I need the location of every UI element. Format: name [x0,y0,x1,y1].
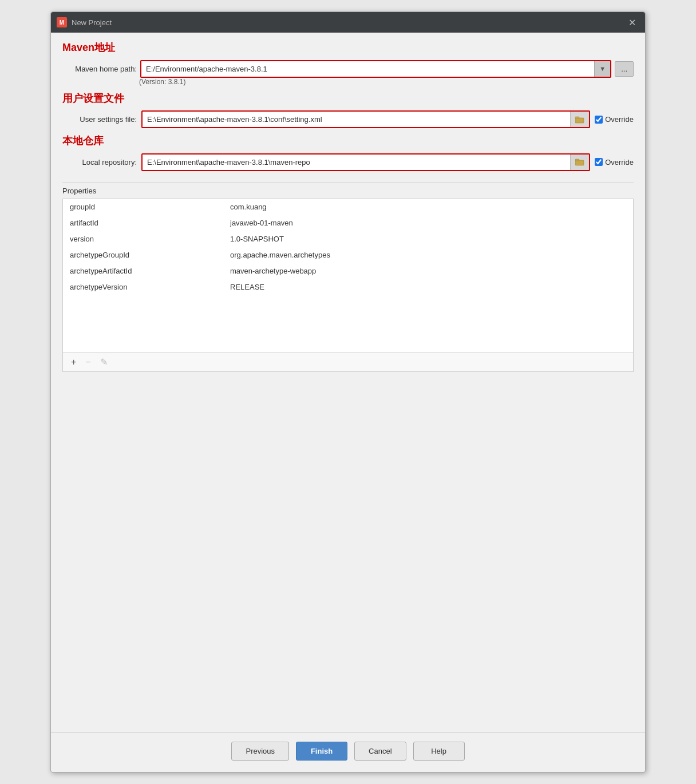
table-row[interactable]: groupId com.kuang [63,199,633,215]
properties-title: Properties [62,187,634,195]
help-button[interactable]: Help [413,742,465,761]
local-repo-input[interactable] [143,155,570,170]
prop-key: groupId [63,199,223,215]
local-repo-input-wrap [141,153,590,171]
user-settings-override-row: Override [595,115,634,124]
user-settings-label: User settings file: [62,115,137,124]
dialog-body: Maven地址 Maven home path: ▼ ... (Version:… [51,33,645,732]
user-settings-annotation: 用户设置文件 [62,93,634,105]
previous-button[interactable]: Previous [231,742,289,761]
body-spacer [62,378,634,723]
svg-rect-3 [575,159,579,161]
user-settings-input-wrap [141,110,590,128]
maven-home-input[interactable] [141,61,594,77]
app-icon: M [57,17,67,27]
properties-empty-space [63,295,633,353]
local-repo-annotation: 本地仓库 [62,135,634,148]
table-row[interactable]: archetypeVersion RELEASE [63,279,633,295]
properties-edit-btn[interactable]: ✎ [98,357,110,368]
local-repo-row: Local repository: Override [62,153,634,171]
table-row[interactable]: archetypeArtifactId maven-archetype-weba… [63,263,633,279]
prop-value: com.kuang [223,199,633,215]
title-bar: M New Project ✕ [51,12,645,33]
maven-home-dropdown-btn[interactable]: ▼ [594,61,610,77]
properties-table: groupId com.kuang artifactId javaweb-01-… [63,199,633,295]
maven-addr-annotation: Maven地址 [62,42,634,54]
local-repo-browse-btn[interactable] [570,155,589,170]
prop-value: javaweb-01-maven [223,215,633,231]
user-settings-override-label: Override [605,115,634,124]
maven-home-browse-btn[interactable]: ... [615,61,634,77]
new-project-dialog: M New Project ✕ Maven地址 Maven home path:… [50,11,646,773]
local-repo-override-checkbox[interactable] [595,158,603,166]
close-button[interactable]: ✕ [625,16,639,29]
svg-rect-2 [575,160,584,165]
prop-key: archetypeArtifactId [63,263,223,279]
properties-section: Properties groupId com.kuang artifactId … [62,183,634,372]
maven-home-group: Maven home path: ▼ ... (Version: 3.8.1) [62,60,634,86]
local-repo-label: Local repository: [62,158,137,167]
title-bar-left: M New Project [57,17,112,27]
properties-remove-btn[interactable]: − [83,357,93,368]
properties-toolbar: + − ✎ [63,353,633,371]
maven-home-input-wrap: ▼ [140,60,611,78]
prop-value: maven-archetype-webapp [223,263,633,279]
user-settings-input[interactable] [143,112,570,127]
prop-value: RELEASE [223,279,633,295]
svg-rect-0 [575,118,584,123]
cancel-button[interactable]: Cancel [354,742,406,761]
properties-add-btn[interactable]: + [69,357,78,368]
prop-key: artifactId [63,215,223,231]
user-settings-row: User settings file: Override [62,110,634,128]
table-row[interactable]: version 1.0-SNAPSHOT [63,231,633,247]
prop-value: org.apache.maven.archetypes [223,247,633,263]
maven-version-text: (Version: 3.8.1) [139,78,634,86]
local-repo-override-label: Override [605,158,634,167]
finish-button[interactable]: Finish [296,742,347,761]
local-repo-group: Local repository: Override [62,153,634,171]
dialog-footer: Previous Finish Cancel Help [51,732,645,772]
prop-key: archetypeGroupId [63,247,223,263]
user-settings-override-checkbox[interactable] [595,116,603,124]
prop-key: version [63,231,223,247]
table-row[interactable]: archetypeGroupId org.apache.maven.archet… [63,247,633,263]
maven-home-row: Maven home path: ▼ ... [62,60,634,78]
maven-home-label: Maven home path: [62,65,137,73]
properties-table-wrap: groupId com.kuang artifactId javaweb-01-… [62,199,634,372]
prop-key: archetypeVersion [63,279,223,295]
table-row[interactable]: artifactId javaweb-01-maven [63,215,633,231]
prop-value: 1.0-SNAPSHOT [223,231,633,247]
user-settings-browse-btn[interactable] [570,112,589,127]
user-settings-group: User settings file: Override [62,110,634,128]
svg-rect-1 [575,117,579,118]
local-repo-override-row: Override [595,158,634,167]
dialog-title: New Project [72,18,112,27]
